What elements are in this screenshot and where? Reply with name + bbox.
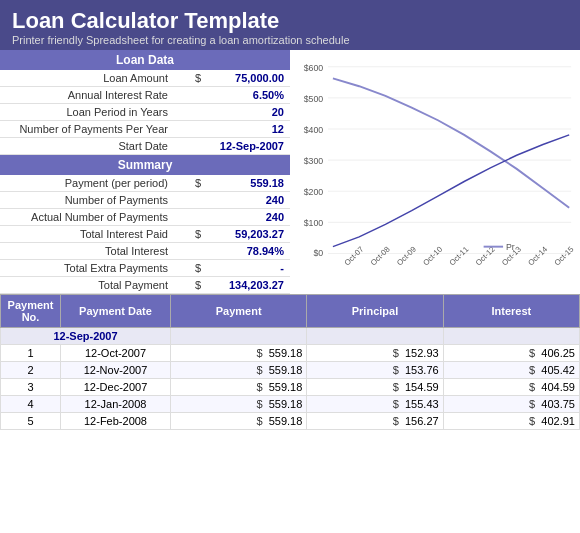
row-dollar: [174, 104, 203, 121]
interest-amount: $ 403.75: [443, 396, 579, 413]
row-dollar: $: [174, 175, 203, 192]
payment-no: 2: [1, 362, 61, 379]
svg-text:$200: $200: [304, 187, 324, 197]
svg-text:$300: $300: [304, 156, 324, 166]
svg-text:$0: $0: [313, 248, 323, 258]
amortization-table: Payment No. Payment Date Payment Princip…: [0, 294, 580, 430]
row-label: Total Extra Payments: [0, 260, 174, 277]
row-value: 240: [203, 209, 290, 226]
row-value: 59,203.27: [203, 226, 290, 243]
page-title: Loan Calculator Template: [12, 8, 568, 34]
summary-row: Total Payment $ 134,203.27: [0, 277, 290, 294]
row-label: Actual Number of Payments: [0, 209, 174, 226]
payment-amount: $ 559.18: [171, 345, 307, 362]
row-label: Number of Payments: [0, 192, 174, 209]
row-label: Total Interest: [0, 243, 174, 260]
row-dollar: [174, 87, 203, 104]
svg-text:Oct-10: Oct-10: [421, 244, 444, 267]
svg-text:Oct-07: Oct-07: [343, 245, 366, 268]
amort-row: 1 12-Oct-2007 $ 559.18 $ 152.93 $ 406.25: [1, 345, 580, 362]
principal-amount: $ 154.59: [307, 379, 443, 396]
summary-table: Payment (per period) $ 559.18 Number of …: [0, 175, 290, 294]
col-principal: Principal: [307, 295, 443, 328]
row-value: -: [203, 260, 290, 277]
main-content: Loan Data Loan Amount $ 75,000.00 Annual…: [0, 50, 580, 294]
svg-text:Oct-14: Oct-14: [526, 244, 549, 267]
chart-area: $600 $500 $400 $300 $200 $100 $0 Oct-07 …: [294, 54, 576, 274]
row-value: 12: [203, 121, 290, 138]
row-label: Total Interest Paid: [0, 226, 174, 243]
row-value: 20: [203, 104, 290, 121]
row-label: Start Date: [0, 138, 174, 155]
loan-data-header: Loan Data: [0, 50, 290, 70]
loan-data-row: Loan Period in Years 20: [0, 104, 290, 121]
summary-row: Total Extra Payments $ -: [0, 260, 290, 277]
svg-text:$600: $600: [304, 63, 324, 73]
payment-no: 5: [1, 413, 61, 430]
col-interest: Interest: [443, 295, 579, 328]
row-label: Loan Amount: [0, 70, 174, 87]
row-dollar: [174, 138, 203, 155]
svg-text:Oct-09: Oct-09: [395, 245, 418, 268]
row-dollar: $: [174, 226, 203, 243]
summary-row: Total Interest 78.94%: [0, 243, 290, 260]
principal-amount: $ 156.27: [307, 413, 443, 430]
row-value: 78.94%: [203, 243, 290, 260]
row-value: 559.18: [203, 175, 290, 192]
svg-text:$500: $500: [304, 94, 324, 104]
row-label: Annual Interest Rate: [0, 87, 174, 104]
payment-no: 3: [1, 379, 61, 396]
interest-amount: $ 406.25: [443, 345, 579, 362]
row-dollar: [174, 243, 203, 260]
summary-row: Total Interest Paid $ 59,203.27: [0, 226, 290, 243]
svg-text:$400: $400: [304, 125, 324, 135]
row-value: 134,203.27: [203, 277, 290, 294]
page-header: Loan Calculator Template Printer friendl…: [0, 0, 580, 50]
date-header-cell: 12-Sep-2007: [1, 328, 171, 345]
summary-row: Payment (per period) $ 559.18: [0, 175, 290, 192]
payment-no: 1: [1, 345, 61, 362]
summary-row: Actual Number of Payments 240: [0, 209, 290, 226]
interest-amount: $ 405.42: [443, 362, 579, 379]
interest-amount: $ 402.91: [443, 413, 579, 430]
page-subtitle: Printer friendly Spreadsheet for creatin…: [12, 34, 568, 46]
loan-data-row: Number of Payments Per Year 12: [0, 121, 290, 138]
amort-row: 4 12-Jan-2008 $ 559.18 $ 155.43 $ 403.75: [1, 396, 580, 413]
chart-svg: $600 $500 $400 $300 $200 $100 $0 Oct-07 …: [294, 54, 576, 274]
row-value: 6.50%: [203, 87, 290, 104]
row-dollar: $: [174, 70, 203, 87]
row-dollar: [174, 192, 203, 209]
summary-header: Summary: [0, 155, 290, 175]
row-value: 12-Sep-2007: [203, 138, 290, 155]
payment-amount: $ 559.18: [171, 396, 307, 413]
date-header-row: 12-Sep-2007: [1, 328, 580, 345]
col-payment-date: Payment Date: [61, 295, 171, 328]
payment-amount: $ 559.18: [171, 362, 307, 379]
row-label: Loan Period in Years: [0, 104, 174, 121]
payment-date: 12-Jan-2008: [61, 396, 171, 413]
svg-text:$100: $100: [304, 218, 324, 228]
svg-text:Pr: Pr: [506, 242, 515, 252]
col-payment: Payment: [171, 295, 307, 328]
col-payment-no: Payment No.: [1, 295, 61, 328]
payment-date: 12-Oct-2007: [61, 345, 171, 362]
payment-date: 12-Dec-2007: [61, 379, 171, 396]
amort-row: 5 12-Feb-2008 $ 559.18 $ 156.27 $ 402.91: [1, 413, 580, 430]
payment-date: 12-Feb-2008: [61, 413, 171, 430]
chart-panel: $600 $500 $400 $300 $200 $100 $0 Oct-07 …: [290, 50, 580, 294]
summary-row: Number of Payments 240: [0, 192, 290, 209]
loan-data-row: Start Date 12-Sep-2007: [0, 138, 290, 155]
row-dollar: $: [174, 277, 203, 294]
payment-date: 12-Nov-2007: [61, 362, 171, 379]
svg-text:Oct-12: Oct-12: [474, 245, 497, 268]
row-value: 75,000.00: [203, 70, 290, 87]
svg-text:Oct-15: Oct-15: [553, 245, 576, 268]
svg-text:Oct-08: Oct-08: [369, 245, 392, 268]
payment-no: 4: [1, 396, 61, 413]
principal-amount: $ 152.93: [307, 345, 443, 362]
loan-data-row: Annual Interest Rate 6.50%: [0, 87, 290, 104]
row-dollar: $: [174, 260, 203, 277]
svg-text:Oct-11: Oct-11: [448, 245, 471, 268]
loan-data-table: Loan Amount $ 75,000.00 Annual Interest …: [0, 70, 290, 155]
amort-row: 2 12-Nov-2007 $ 559.18 $ 153.76 $ 405.42: [1, 362, 580, 379]
